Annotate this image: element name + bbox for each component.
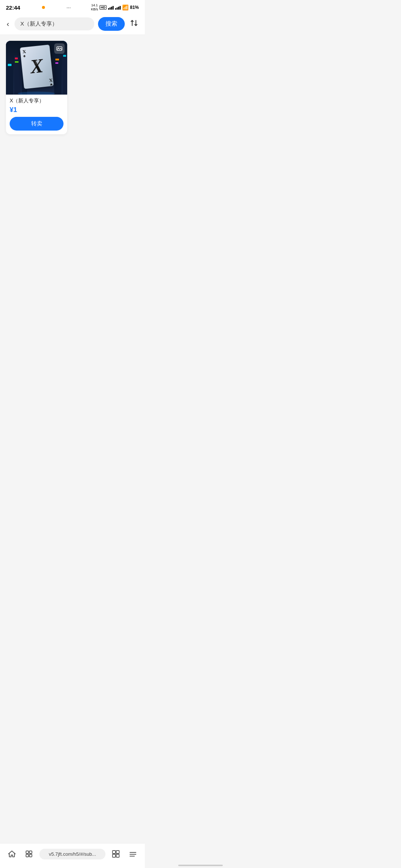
svg-rect-9 — [15, 57, 18, 59]
signal-bars-1 — [108, 5, 114, 10]
svg-rect-3 — [6, 63, 13, 95]
status-bar: 22:44 ··· 14.1KB/s HD 📶 81% — [0, 0, 145, 13]
svg-rect-8 — [8, 64, 12, 66]
status-time: 22:44 — [6, 4, 20, 11]
product-price: ¥1 — [10, 106, 63, 114]
back-button[interactable]: ‹ — [5, 18, 11, 30]
svg-rect-12 — [55, 62, 58, 64]
battery-icon: 81% — [130, 5, 139, 10]
svg-rect-13 — [63, 55, 66, 57]
search-query-text: X（新人专享） — [20, 20, 58, 27]
product-title: X（新人专享） — [10, 98, 63, 104]
status-icons: 14.1KB/s HD 📶 81% — [91, 3, 139, 11]
search-bar: ‹ X（新人专享） 搜索 — [0, 13, 145, 35]
svg-rect-10 — [15, 61, 19, 63]
network-speed: 14.1KB/s — [91, 3, 98, 11]
product-card[interactable]: X ♠ X ❀ X ♥ — [6, 41, 67, 134]
svg-text:❀: ❀ — [32, 57, 40, 68]
wifi-icon: 📶 — [122, 4, 128, 10]
svg-text:♠: ♠ — [23, 53, 26, 58]
gallery-icon[interactable] — [54, 43, 65, 54]
signal-bars-2 — [115, 5, 121, 10]
search-button[interactable]: 搜索 — [98, 17, 125, 31]
product-image-bg: X ♠ X ❀ X ♥ — [6, 41, 67, 95]
search-input-wrap[interactable]: X（新人专享） — [14, 17, 94, 30]
sort-icon[interactable] — [128, 17, 140, 30]
notification-dot — [42, 6, 45, 9]
sell-button[interactable]: 转卖 — [10, 117, 63, 131]
product-image: X ♠ X ❀ X ♥ — [6, 41, 67, 95]
svg-rect-11 — [55, 59, 59, 60]
product-info: X（新人专享） ¥1 转卖 — [6, 95, 67, 134]
hd-badge: HD — [100, 5, 107, 10]
ellipsis: ··· — [66, 4, 71, 10]
main-content: X ♠ X ❀ X ♥ — [0, 35, 145, 257]
svg-rect-7 — [62, 54, 67, 95]
